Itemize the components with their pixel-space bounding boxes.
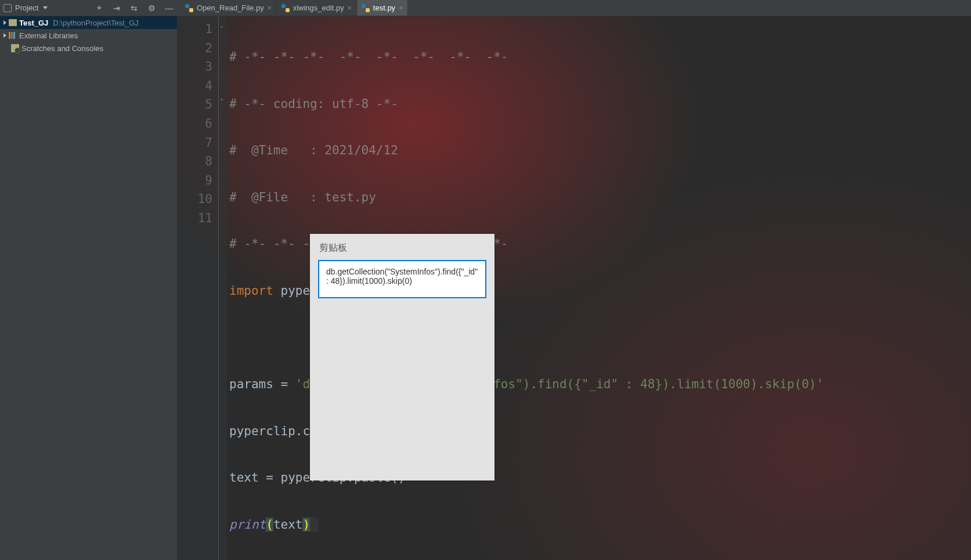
- tree-label: Scratches and Consoles: [21, 44, 103, 53]
- code-line: # @Time : 2021/04/12: [229, 141, 971, 160]
- close-icon[interactable]: ×: [348, 4, 352, 12]
- code-line: print(text): [229, 515, 971, 534]
- tab-label: test.py: [373, 3, 395, 12]
- close-icon[interactable]: ×: [268, 4, 272, 12]
- project-dropdown-icon[interactable]: [43, 6, 48, 9]
- project-title: Project: [15, 3, 38, 12]
- python-file-icon: [362, 4, 370, 12]
- tab-test[interactable]: test.py ×: [357, 0, 408, 16]
- python-file-icon: [281, 4, 290, 12]
- project-window-icon: [3, 4, 12, 12]
- tree-scratches[interactable]: Scratches and Consoles: [0, 42, 177, 55]
- hide-icon[interactable]: —: [164, 3, 174, 13]
- code-editor[interactable]: 123456 7891011 ⌄ ⌃ # -*- -*- -*- -*- -*-…: [177, 16, 971, 560]
- tab-open-read-file[interactable]: Open_Read_File.py ×: [181, 0, 277, 16]
- line-number-gutter: 123456 7891011: [177, 16, 219, 560]
- project-tree: Test_GJ D:\pythonProject\Test_GJ Externa…: [0, 16, 177, 560]
- clipboard-popup-title: 剪贴板: [310, 234, 494, 260]
- tab-label: xlwings_edit.py: [293, 3, 344, 12]
- python-file-icon: [185, 4, 193, 12]
- code-line: # @File : test.py: [229, 188, 971, 207]
- tree-project-path: D:\pythonProject\Test_GJ: [53, 19, 138, 27]
- scratches-icon: [11, 44, 19, 52]
- tree-label: External Libraries: [19, 31, 78, 40]
- gear-icon[interactable]: ⚙: [147, 3, 156, 13]
- expand-icon[interactable]: ⇥: [112, 3, 121, 13]
- item-menu-icon[interactable]: ···: [469, 265, 479, 274]
- fold-gutter: ⌄ ⌃: [219, 16, 227, 560]
- fold-start-icon[interactable]: ⌄: [220, 22, 226, 28]
- folder-icon: [9, 19, 17, 26]
- close-icon[interactable]: ×: [399, 4, 403, 12]
- fold-end-icon[interactable]: ⌃: [220, 97, 226, 103]
- libraries-icon: [9, 32, 17, 39]
- chevron-right-icon[interactable]: [3, 20, 6, 25]
- tree-project-root[interactable]: Test_GJ D:\pythonProject\Test_GJ: [0, 16, 177, 29]
- tree-external-libraries[interactable]: External Libraries: [0, 29, 177, 42]
- editor-tabs: Open_Read_File.py × xlwings_edit.py × te…: [177, 0, 971, 16]
- tab-label: Open_Read_File.py: [197, 3, 264, 12]
- chevron-right-icon[interactable]: [3, 33, 6, 38]
- top-bar: Project ⌖ ⇥ ⇆ ⚙ — Open_Read_File.py × xl…: [0, 0, 971, 16]
- clipboard-item[interactable]: ··· db.getCollection("SystemInfos").find…: [318, 260, 486, 298]
- project-header-actions: ⌖ ⇥ ⇆ ⚙ —: [95, 3, 174, 13]
- tab-xlwings-edit[interactable]: xlwings_edit.py ×: [277, 0, 357, 16]
- project-tool-header[interactable]: Project ⌖ ⇥ ⇆ ⚙ —: [0, 0, 177, 16]
- code-line: # -*- -*- -*- -*- -*- -*- -*- -*-: [229, 48, 971, 67]
- filter-icon[interactable]: ⇆: [129, 3, 139, 13]
- clipboard-popup: 剪贴板 ··· db.getCollection("SystemInfos").…: [310, 234, 494, 480]
- code-line: # -*- coding: utf-8 -*-: [229, 95, 971, 114]
- tree-project-name: Test_GJ: [19, 19, 48, 27]
- clipboard-item-text: db.getCollection("SystemInfos").find({"_…: [326, 267, 478, 286]
- locate-icon[interactable]: ⌖: [95, 3, 104, 13]
